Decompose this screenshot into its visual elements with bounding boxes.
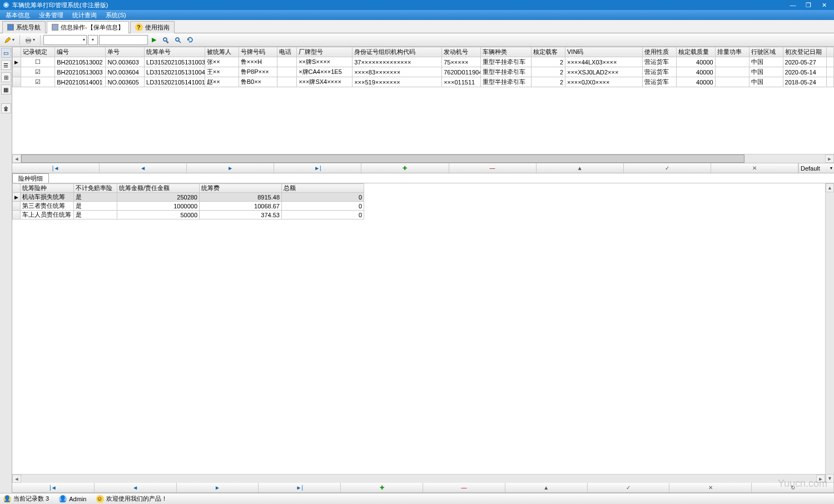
scroll-up-icon[interactable]: ▲ <box>826 183 834 192</box>
refresh-button[interactable] <box>185 35 196 45</box>
print-button[interactable]: ▾ <box>23 35 37 45</box>
find2-button[interactable] <box>172 35 183 45</box>
close-button[interactable]: ✕ <box>816 1 832 9</box>
menu-stats[interactable]: 统计查询 <box>68 10 101 20</box>
dnav-prev[interactable]: ◄ <box>95 483 177 492</box>
minimize-button[interactable]: — <box>785 1 801 9</box>
scroll-left-icon[interactable]: ◄ <box>12 475 21 483</box>
tab-guide[interactable]: ? 使用指南 <box>130 21 175 33</box>
col-dan[interactable]: 单号 <box>106 47 145 57</box>
dcol-kind[interactable]: 统筹险种 <box>21 184 74 193</box>
record-navigator: |◄ ◄ ► ►| ✚ — ▲ ✓ ✕ Default▾ <box>12 163 834 173</box>
scroll-right-icon[interactable]: ► <box>816 475 825 483</box>
col-mass[interactable]: 核定载质量 <box>677 47 716 57</box>
nav-delete[interactable]: — <box>449 163 537 173</box>
col-eng[interactable]: 发动机号 <box>442 47 481 57</box>
edit-button[interactable]: ▾ <box>2 35 17 45</box>
side-btn-2[interactable]: ☰ <box>1 60 11 70</box>
table-row[interactable]: 第三者责任统筹是100000010068.670 <box>13 202 364 211</box>
tab-risk-detail[interactable]: 险种明细 <box>12 173 49 183</box>
main-hscroll[interactable]: ◄ ► <box>12 154 834 163</box>
scroll-left-icon[interactable]: ◄ <box>12 154 21 163</box>
nav-default-combo[interactable]: Default▾ <box>798 163 834 173</box>
tab-label: 使用指南 <box>145 23 170 32</box>
table-row[interactable]: ▶☐BH20210513002NO.003603LD31520210513100… <box>13 57 834 67</box>
window-titlebar: 车辆统筹单打印管理系统(非注册版) — ❐ ✕ <box>0 0 834 10</box>
detail-grid[interactable]: 统筹险种 不计免赔率险 统筹金额/责任金额 统筹费 总额 ▶机动车损失统筹是25… <box>12 183 364 219</box>
tab-label: 信息操作-【保单信息】 <box>61 23 124 32</box>
tab-sysnav[interactable]: 系统导航 <box>2 21 46 33</box>
col-vin[interactable]: VIN码 <box>565 47 643 57</box>
nav-add[interactable]: ✚ <box>361 163 449 173</box>
main-grid[interactable]: 记录锁定 编号 单号 统筹单号 被统筹人 号牌号码 电话 厂牌型号 身份证号组织… <box>12 47 834 87</box>
filter-combo[interactable]: ▾ <box>43 35 87 45</box>
detail-tabs: 险种明细 <box>12 173 834 183</box>
dnav-edit[interactable]: ▲ <box>505 483 588 492</box>
nav-last[interactable]: ►| <box>274 163 361 173</box>
nav-save[interactable]: ✓ <box>624 163 711 173</box>
col-id[interactable]: 身份证号组织机构代码 <box>353 47 442 57</box>
tab-label: 系统导航 <box>16 23 41 32</box>
nav-edit[interactable]: ▲ <box>537 163 624 173</box>
col-area[interactable]: 行驶区域 <box>749 47 783 57</box>
nav-first[interactable]: |◄ <box>12 163 100 173</box>
tab-icon <box>52 24 58 31</box>
window-title: 车辆统筹单打印管理系统(非注册版) <box>12 1 108 9</box>
side-btn-4[interactable]: ▦ <box>1 84 11 94</box>
table-row[interactable]: ▶机动车损失统筹是2502808915.480 <box>13 193 364 202</box>
main-grid-area: 记录锁定 编号 单号 统筹单号 被统筹人 号牌号码 电话 厂牌型号 身份证号组织… <box>12 47 834 163</box>
filter-cond[interactable]: ▾ <box>88 35 98 45</box>
side-btn-1[interactable]: ▭ <box>1 48 11 58</box>
table-row[interactable]: ☑BH20210514001NO.003605LD315202105141001… <box>13 77 834 87</box>
menu-business[interactable]: 业务管理 <box>34 10 68 20</box>
table-row[interactable]: 车上人员责任统筹是50000374.530 <box>13 211 364 219</box>
col-use[interactable]: 使用性质 <box>643 47 677 57</box>
search-input[interactable] <box>99 35 148 45</box>
dnav-next[interactable]: ► <box>177 483 259 492</box>
dcol-amount[interactable]: 统筹金额/责任金额 <box>117 184 200 193</box>
col-no[interactable]: 编号 <box>55 47 106 57</box>
grid-header-row: 记录锁定 编号 单号 统筹单号 被统筹人 号牌号码 电话 厂牌型号 身份证号组织… <box>13 47 834 57</box>
dnav-cancel[interactable]: ✕ <box>669 483 752 492</box>
dnav-refresh[interactable]: ↻ <box>752 483 834 492</box>
side-btn-5[interactable]: 🗑 <box>1 103 11 113</box>
col-plate[interactable]: 号牌号码 <box>239 47 277 57</box>
col-seats[interactable]: 核定载客 <box>532 47 565 57</box>
menu-basic[interactable]: 基本信息 <box>1 10 34 20</box>
run-search-button[interactable]: ▶ <box>149 35 159 45</box>
menu-system[interactable]: 系统(S) <box>101 10 131 20</box>
side-btn-3[interactable]: ⊞ <box>1 72 11 82</box>
dnav-add[interactable]: ✚ <box>341 483 423 492</box>
svg-rect-3 <box>27 37 30 39</box>
col-name[interactable]: 被统筹人 <box>205 47 239 57</box>
detail-hscroll[interactable]: ◄ ► <box>12 474 825 483</box>
dcol-nodeduct[interactable]: 不计免赔率险 <box>74 184 117 193</box>
find-button[interactable] <box>160 35 171 45</box>
maximize-button[interactable]: ❐ <box>801 1 816 9</box>
nav-cancel[interactable]: ✕ <box>711 163 798 173</box>
dnav-save[interactable]: ✓ <box>588 483 670 492</box>
col-power[interactable]: 排量功率 <box>715 47 749 57</box>
col-type[interactable]: 车辆种类 <box>480 47 531 57</box>
tab-policyinfo[interactable]: 信息操作-【保单信息】 <box>47 21 129 33</box>
col-tch[interactable]: 统筹单号 <box>145 47 205 57</box>
dnav-first[interactable]: |◄ <box>12 483 95 492</box>
detail-vscroll[interactable]: ▲ ▼ <box>825 183 834 483</box>
nav-next[interactable]: ► <box>187 163 274 173</box>
scroll-down-icon[interactable]: ▼ <box>826 474 834 483</box>
user-icon: 👤 <box>59 495 67 503</box>
scroll-right-icon[interactable]: ► <box>825 154 834 163</box>
table-row[interactable]: ☑BH20210513003NO.003604LD315202105131004… <box>13 67 834 77</box>
col-phone[interactable]: 电话 <box>277 47 297 57</box>
col-lock[interactable]: 记录锁定 <box>21 47 55 57</box>
dnav-last[interactable]: ►| <box>259 483 341 492</box>
status-user: 👤 Admin <box>59 495 86 503</box>
col-model[interactable]: 厂牌型号 <box>297 47 353 57</box>
statusbar: 👤 当前记录数 3 👤 Admin ☺ 欢迎使用我们的产品！ <box>0 493 834 504</box>
svg-line-8 <box>178 41 181 43</box>
dnav-delete[interactable]: — <box>423 483 505 492</box>
dcol-fee[interactable]: 统筹费 <box>200 184 282 193</box>
nav-prev[interactable]: ◄ <box>100 163 187 173</box>
col-date[interactable]: 初次登记日期 <box>783 47 826 57</box>
dcol-total[interactable]: 总额 <box>282 184 364 193</box>
